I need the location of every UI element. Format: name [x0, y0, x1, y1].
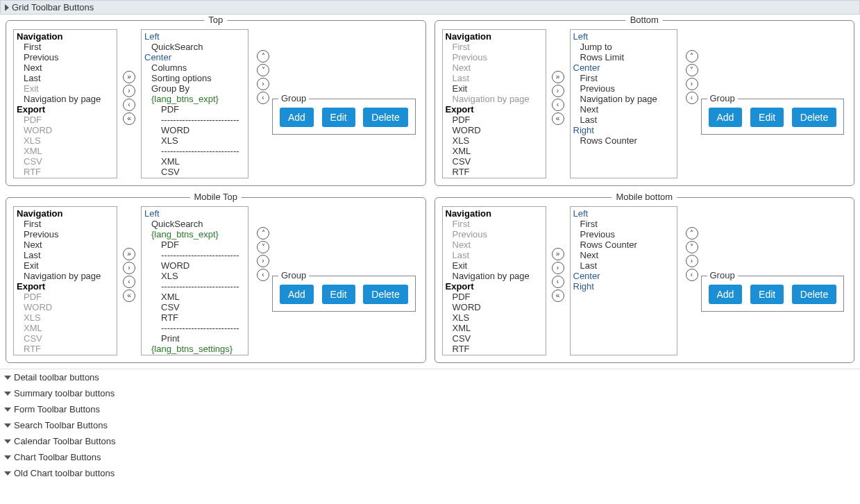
list-item[interactable]: Export: [14, 281, 117, 292]
remove-all-button[interactable]: «: [123, 289, 135, 302]
available-listbox[interactable]: Navigation First Previous Next Last Exit…: [13, 206, 117, 355]
list-item[interactable]: XML: [443, 323, 546, 333]
move-down-button[interactable]: ˅: [686, 64, 698, 76]
available-listbox[interactable]: Navigation First Previous Next Last Exit…: [13, 29, 117, 178]
group-edit-button[interactable]: Edit: [322, 285, 355, 304]
list-item[interactable]: Export: [443, 104, 546, 115]
list-item[interactable]: XML: [142, 156, 248, 167]
group-add-button[interactable]: Add: [709, 285, 743, 304]
move-left-button[interactable]: ‹: [257, 269, 269, 281]
list-item[interactable]: Export: [14, 104, 117, 115]
list-item[interactable]: Last: [571, 260, 677, 271]
list-item[interactable]: PDF: [142, 104, 248, 115]
add-all-button[interactable]: »: [552, 71, 564, 83]
list-item[interactable]: Previous: [571, 229, 677, 240]
list-item[interactable]: First: [443, 42, 546, 52]
list-item[interactable]: Next: [443, 240, 546, 250]
list-item[interactable]: Columns: [142, 62, 248, 73]
group-edit-button[interactable]: Edit: [322, 108, 355, 127]
list-item[interactable]: Next: [571, 250, 677, 260]
list-item[interactable]: Last: [14, 250, 117, 260]
selected-listbox[interactable]: Left QuickSearch Center Columns Sorting …: [141, 29, 248, 178]
list-item[interactable]: Exit: [443, 83, 546, 94]
list-item[interactable]: XLS: [142, 135, 248, 146]
list-item[interactable]: --------------------------: [142, 146, 248, 156]
remove-one-button[interactable]: ‹: [123, 276, 135, 288]
list-item[interactable]: Last: [14, 73, 117, 83]
list-item[interactable]: Navigation: [443, 31, 546, 42]
selected-listbox[interactable]: Left First Previous Rows Counter Next La…: [570, 206, 677, 355]
add-one-button[interactable]: ›: [552, 262, 564, 274]
list-item[interactable]: Group By: [142, 83, 248, 94]
list-item[interactable]: Previous: [571, 83, 677, 94]
group-edit-button[interactable]: Edit: [750, 285, 784, 304]
list-item[interactable]: Previous: [443, 52, 546, 62]
list-item[interactable]: XLS: [14, 135, 117, 146]
list-item[interactable]: PDF: [142, 240, 248, 250]
list-item[interactable]: Sorting options: [142, 73, 248, 83]
list-item[interactable]: CSV: [14, 156, 117, 167]
list-item[interactable]: WORD: [142, 260, 248, 271]
list-item[interactable]: CSV: [142, 167, 248, 177]
list-item[interactable]: Right: [571, 281, 677, 292]
list-item[interactable]: Exit: [14, 260, 117, 271]
list-item[interactable]: XLS: [443, 312, 546, 323]
list-item[interactable]: Navigation: [443, 208, 546, 219]
move-right-button[interactable]: ›: [686, 78, 698, 90]
list-item[interactable]: Right: [571, 125, 677, 135]
section-header-form[interactable]: Form Toolbar Buttons: [0, 401, 860, 417]
list-item[interactable]: Last: [443, 73, 546, 83]
list-item[interactable]: Rows Counter: [571, 135, 677, 146]
list-item[interactable]: WORD: [443, 125, 546, 135]
list-item[interactable]: WORD: [443, 302, 546, 312]
list-item[interactable]: PDF: [443, 115, 546, 125]
list-item[interactable]: {lang_btns_expt}: [142, 94, 248, 104]
list-item[interactable]: Left: [571, 208, 677, 219]
list-item[interactable]: CSV: [14, 333, 117, 344]
list-item[interactable]: Last: [443, 250, 546, 260]
list-item[interactable]: Next: [14, 62, 117, 73]
remove-all-button[interactable]: «: [552, 112, 564, 125]
list-item[interactable]: Navigation by page: [14, 271, 117, 281]
remove-all-button[interactable]: «: [552, 289, 564, 302]
list-item[interactable]: Exit: [14, 83, 117, 94]
list-item[interactable]: XLS: [142, 271, 248, 281]
list-item[interactable]: Next: [14, 240, 117, 250]
list-item[interactable]: PDF: [14, 115, 117, 125]
list-item[interactable]: Exit: [443, 260, 546, 271]
list-item[interactable]: Center: [571, 271, 677, 281]
section-header-grid-toolbar[interactable]: Grid Toolbar Buttons: [0, 0, 860, 15]
list-item[interactable]: RTF: [142, 312, 248, 323]
list-item[interactable]: Navigation by page: [14, 94, 117, 104]
available-listbox[interactable]: Navigation First Previous Next Last Exit…: [442, 29, 546, 178]
list-item[interactable]: Previous: [14, 52, 117, 62]
list-item[interactable]: Rows Limit: [571, 52, 677, 62]
list-item[interactable]: CSV: [443, 333, 546, 344]
list-item[interactable]: CSV: [142, 302, 248, 312]
list-item[interactable]: --------------------------: [142, 250, 248, 260]
list-item[interactable]: --------------------------: [142, 281, 248, 292]
available-listbox[interactable]: Navigation First Previous Next Last Exit…: [442, 206, 546, 355]
add-all-button[interactable]: »: [123, 71, 135, 83]
list-item[interactable]: Navigation by page: [443, 94, 546, 104]
list-item[interactable]: First: [443, 219, 546, 229]
list-item[interactable]: XLS: [14, 312, 117, 323]
add-one-button[interactable]: ›: [552, 85, 564, 97]
list-item[interactable]: QuickSearch: [142, 42, 248, 52]
list-item[interactable]: PDF: [14, 292, 117, 302]
list-item[interactable]: WORD: [142, 125, 248, 135]
list-item[interactable]: XLS: [443, 135, 546, 146]
selected-listbox[interactable]: Left Jump to Rows Limit Center First Pre…: [570, 29, 677, 178]
selected-listbox[interactable]: Left QuickSearch {lang_btns_expt} PDF --…: [141, 206, 248, 355]
add-one-button[interactable]: ›: [123, 262, 135, 274]
list-item[interactable]: XML: [443, 146, 546, 156]
section-header-summary[interactable]: Summary toolbar buttons: [0, 385, 860, 401]
move-right-button[interactable]: ›: [257, 255, 269, 267]
move-right-button[interactable]: ›: [257, 78, 269, 90]
group-delete-button[interactable]: Delete: [363, 285, 407, 304]
list-item[interactable]: Rows Counter: [571, 240, 677, 250]
list-item[interactable]: --------------------------: [142, 115, 248, 125]
move-down-button[interactable]: ˅: [686, 241, 698, 253]
list-item[interactable]: XML: [142, 292, 248, 302]
list-item[interactable]: Navigation by page: [571, 94, 677, 104]
